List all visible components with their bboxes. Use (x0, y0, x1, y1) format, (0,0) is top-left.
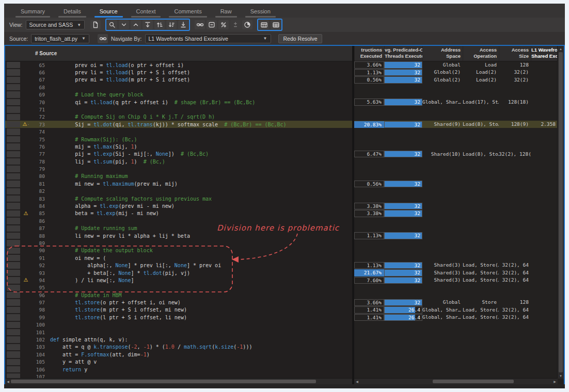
metrics-row[interactable]: 0.56%32 (354, 180, 558, 187)
metrics-row[interactable]: 1.41%26.4Global, Shar…Load, Store(…32(2)… (354, 306, 558, 314)
source-line-row[interactable]: ⚠94 ) / li_new[:, None] (5, 276, 352, 284)
metrics-row[interactable] (354, 217, 558, 224)
gutter-cell[interactable] (7, 322, 20, 328)
gutter-cell[interactable] (7, 292, 20, 298)
metrics-row[interactable]: 6.47%32Shared(10)Load(8), Sto…32(2), 128… (354, 151, 558, 158)
source-line-row[interactable]: 82 (5, 188, 352, 195)
gutter-cell[interactable] (7, 336, 20, 342)
tab-comments[interactable]: Comments (169, 7, 207, 18)
source-line-row[interactable]: 95 (5, 284, 352, 291)
metrics-row[interactable]: 3.38%32 (354, 210, 558, 217)
column-header-1[interactable]: tructionsExecuted (354, 46, 384, 61)
metrics-row[interactable] (354, 239, 558, 247)
source-column-header[interactable]: # Source (5, 46, 352, 61)
gutter-cell[interactable] (7, 114, 20, 120)
source-line-row[interactable]: 97 tl.store(o_ptr + offset_i, oi_new) (5, 299, 352, 306)
link-icon[interactable] (195, 20, 205, 29)
source-line-row[interactable]: 100 (5, 321, 352, 329)
source-line-row[interactable]: 101 (5, 329, 352, 336)
metrics-row[interactable] (354, 291, 558, 299)
metrics-horizontal-scrollbar[interactable]: ◀ ▶ (354, 378, 558, 384)
metrics-row[interactable]: 3.66%32GlobalLoad128 (354, 61, 558, 69)
source-line-row[interactable]: 96 # Update in HBM (5, 291, 352, 299)
gutter-cell[interactable] (7, 99, 20, 105)
metrics-row[interactable]: 5.63%32Global, Shar…Load(17), St…128(18) (354, 99, 558, 106)
gutter-cell[interactable] (7, 329, 20, 335)
gutter-cell[interactable] (7, 166, 20, 172)
gutter-cell[interactable] (7, 203, 20, 209)
source-line-row[interactable]: 103 att = q @ k.transpose(-2, -1) * (1.0… (5, 344, 352, 351)
sort-ascending-icon[interactable] (154, 20, 165, 29)
scrollbar-thumb[interactable] (559, 52, 563, 372)
view-select[interactable]: Source and SASS ▼ (26, 20, 85, 29)
tab-details[interactable]: Details (58, 7, 86, 18)
gutter-cell[interactable] (7, 314, 20, 320)
tab-raw[interactable]: Raw (215, 7, 237, 18)
source-line-row[interactable]: 65 prev_oi = tl.load(o_ptr + offset_i) (5, 61, 352, 69)
metrics-row[interactable]: 1.13%32 (354, 232, 558, 239)
metrics-row[interactable] (354, 366, 558, 373)
column-header-2[interactable]: vg. Predicated-OnThreads Executed (384, 46, 422, 61)
gutter-cell[interactable] (7, 62, 20, 68)
gutter-cell[interactable] (7, 299, 20, 305)
column-header-4[interactable]: AccessOperation (463, 46, 499, 61)
tab-source[interactable]: Source (94, 7, 123, 18)
gutter-cell[interactable] (7, 195, 20, 202)
scroll-left-icon[interactable]: ◀ (354, 379, 360, 384)
collapse-region-icon[interactable] (207, 20, 217, 29)
source-file-select[interactable]: triton_flash_att.py ▼ (31, 34, 89, 43)
metrics-row[interactable] (354, 113, 558, 121)
metrics-row[interactable] (354, 84, 558, 91)
metrics-vertical-scrollbar[interactable]: ▲ ▼ (557, 46, 564, 379)
gutter-cell[interactable] (7, 136, 20, 142)
source-line-row[interactable]: 87 # Update running sum (5, 225, 352, 232)
metrics-row[interactable] (354, 195, 558, 202)
scroll-up-icon[interactable]: ▲ (558, 46, 564, 52)
scrollbar-thumb[interactable] (11, 380, 316, 383)
gutter-cell[interactable] (7, 106, 20, 112)
metrics-row[interactable]: 3.38%32 (354, 202, 558, 209)
tab-session[interactable]: Session (245, 7, 276, 18)
gutter-cell[interactable] (7, 285, 20, 291)
sort-descending-icon[interactable] (166, 20, 177, 29)
metrics-row[interactable] (354, 91, 558, 98)
gutter-cell[interactable] (7, 225, 20, 232)
source-line-row[interactable]: 74 (5, 128, 352, 135)
source-line-row[interactable]: 66 prev_li = tl.load(l_ptr + S_i_offset) (5, 69, 352, 76)
scroll-down-icon[interactable]: ▼ (558, 373, 564, 379)
metrics-row[interactable] (354, 225, 558, 232)
source-line-row[interactable]: 93 + beta[:, None] * tl.dot(pij, vj) (5, 269, 352, 276)
source-line-row[interactable]: 98 tl.store(m_ptr + S_i_offset, mi_new) (5, 306, 352, 314)
gutter-cell[interactable] (7, 240, 20, 246)
source-line-row[interactable]: 99 tl.store(l_ptr + S_i_offset, li_new) (5, 314, 352, 321)
redo-resolve-button[interactable]: Redo Resolve (278, 34, 323, 43)
gutter-cell[interactable] (7, 151, 20, 157)
goto-line-icon[interactable] (143, 20, 153, 29)
gutter-cell[interactable] (7, 210, 20, 217)
source-line-row[interactable]: 90 # Update the output block (5, 247, 352, 254)
metrics-row[interactable] (354, 284, 558, 291)
source-line-row[interactable]: 76 mij = tl.max(Sij, 1) (5, 143, 352, 150)
source-line-row[interactable]: 69 # Load the query block (5, 91, 352, 98)
warning-icon[interactable]: ⚠ (20, 276, 31, 284)
gutter-cell[interactable] (7, 143, 20, 150)
gutter-cell[interactable] (7, 181, 20, 187)
source-line-row[interactable]: 68 (5, 84, 352, 91)
metrics-row[interactable]: 1.13%32Shared(3)Load, Store(…32(2), 64 (354, 262, 558, 269)
metrics-row[interactable] (354, 373, 558, 378)
source-line-row[interactable]: 104 att = F.softmax(att, dim=-1) (5, 351, 352, 358)
source-line-row[interactable]: 81 mi_new = tl.maximum(prev_mi, mij) (5, 180, 352, 187)
source-line-row[interactable]: 107 (5, 373, 352, 378)
gutter-cell[interactable] (7, 344, 20, 350)
gutter-cell[interactable] (7, 158, 20, 165)
gutter-cell[interactable] (7, 307, 20, 313)
source-line-row[interactable]: 84 alpha = tl.exp(prev_mi - mi_new) (5, 202, 352, 209)
metrics-row[interactable] (354, 329, 558, 336)
metrics-row[interactable] (354, 143, 558, 150)
source-line-row[interactable]: 77 pij = tl.exp(Sij - mij[:, None]) # (B… (5, 151, 352, 158)
gutter-cell[interactable] (7, 128, 20, 135)
source-line-row[interactable]: ⚠85 beta = tl.exp(mij - mi_new) (5, 210, 352, 217)
gutter-cell[interactable] (7, 188, 20, 194)
gutter-cell[interactable] (7, 233, 20, 239)
metrics-row[interactable] (354, 165, 558, 172)
